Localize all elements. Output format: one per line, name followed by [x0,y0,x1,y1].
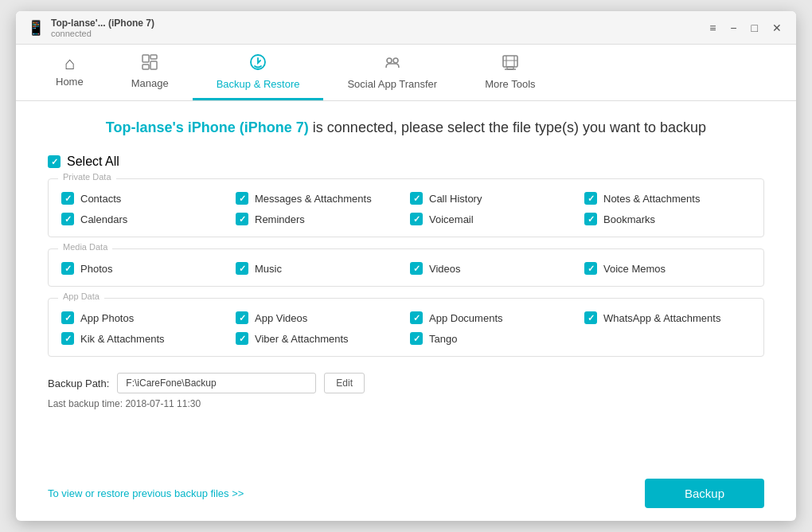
nav-social-app[interactable]: Social App Transfer [323,45,461,100]
window-controls: ≡ − □ ✕ [706,20,785,36]
main-content: Top-lanse's iPhone (iPhone 7) is connect… [16,101,796,521]
voicemail-checkbox[interactable] [410,213,423,225]
bookmarks-checkbox[interactable] [584,213,597,225]
maximize-icon[interactable]: □ [748,20,761,36]
select-all-checkbox[interactable] [48,155,61,168]
navbar: ⌂ Home Manage Backup [16,45,796,101]
social-icon [383,53,402,75]
svg-point-5 [387,58,392,63]
nav-home[interactable]: ⌂ Home [32,45,107,100]
list-item: Tango [410,332,576,345]
home-icon: ⌂ [64,55,75,72]
menu-icon[interactable]: ≡ [706,20,719,36]
list-item: Videos [410,262,576,275]
svg-point-6 [393,58,398,63]
private-data-label: Private Data [58,172,116,182]
music-checkbox[interactable] [236,262,248,275]
phone-icon: 📱 [27,19,45,37]
app-photos-checkbox[interactable] [61,311,74,324]
whatsapp-checkbox[interactable] [584,311,597,324]
calendars-checkbox[interactable] [61,213,74,225]
app-videos-checkbox[interactable] [236,311,248,324]
last-backup-time: Last backup time: 2018-07-11 11:30 [48,398,764,409]
call-history-checkbox[interactable] [410,192,423,205]
messages-label: Messages & Attachments [255,193,372,205]
nav-manage[interactable]: Manage [107,45,193,100]
messages-checkbox[interactable] [236,192,248,205]
close-icon[interactable]: ✕ [769,20,785,36]
list-item: Messages & Attachments [236,192,402,205]
videos-label: Videos [429,263,461,275]
nav-social-label: Social App Transfer [347,78,437,90]
bottom-row: To view or restore previous backup files… [48,474,764,508]
list-item: Kik & Attachments [61,332,228,345]
main-window: 📱 Top-lanse'... (iPhone 7) connected ≡ −… [16,11,796,521]
app-data-label: App Data [58,291,104,301]
select-all-row: Select All [48,155,764,169]
svg-rect-3 [142,65,149,69]
viber-checkbox[interactable] [236,332,248,345]
nav-more-tools[interactable]: More Tools [461,45,559,100]
page-title: Top-lanse's iPhone (iPhone 7) is connect… [48,117,764,139]
restore-link[interactable]: To view or restore previous backup files… [48,487,244,499]
list-item: Reminders [236,213,402,225]
reminders-checkbox[interactable] [236,213,248,225]
calendars-label: Calendars [80,213,127,225]
tango-checkbox[interactable] [410,332,423,345]
videos-checkbox[interactable] [410,262,423,275]
list-item: Voice Memos [584,262,751,275]
svg-rect-0 [142,55,149,62]
photos-checkbox[interactable] [61,262,74,275]
app-data-grid: App Photos App Videos App Documents What… [61,311,751,345]
nav-home-label: Home [56,76,84,88]
list-item: WhatsApp & Attachments [584,311,751,324]
device-title-name: Top-lanse's iPhone (iPhone 7) [106,119,309,135]
contacts-label: Contacts [80,193,121,205]
nav-backup-restore[interactable]: Backup & Restore [193,45,324,100]
list-item: App Photos [61,311,228,324]
list-item: App Documents [410,311,576,324]
whatsapp-label: WhatsApp & Attachments [603,312,720,324]
tango-label: Tango [429,333,457,345]
app-data-section: App Data App Photos App Videos App Docum… [48,298,764,357]
list-item: App Videos [236,311,402,324]
kik-label: Kik & Attachments [80,333,165,345]
backup-path-label: Backup Path: [48,377,109,389]
minimize-icon[interactable]: − [727,20,740,36]
edit-button[interactable]: Edit [324,373,365,393]
page-title-rest: is connected, please select the file typ… [309,119,706,135]
app-documents-checkbox[interactable] [410,311,423,324]
notes-checkbox[interactable] [584,192,597,205]
app-documents-label: App Documents [429,312,503,324]
app-photos-label: App Photos [80,312,134,324]
manage-icon [141,53,158,74]
backup-button[interactable]: Backup [645,479,764,508]
svg-rect-2 [150,61,157,69]
viber-label: Viber & Attachments [255,333,349,345]
backup-path-row: Backup Path: Edit [48,373,764,393]
list-item-empty [584,332,751,345]
tools-icon [501,53,520,75]
backup-path-input[interactable] [117,373,316,393]
svg-rect-7 [503,56,517,67]
kik-checkbox[interactable] [61,332,74,345]
music-label: Music [255,263,282,275]
svg-rect-1 [150,55,157,59]
list-item: Viber & Attachments [236,332,402,345]
nav-backup-label: Backup & Restore [217,78,300,90]
contacts-checkbox[interactable] [61,192,74,205]
list-item: Notes & Attachments [584,192,751,205]
voice-memos-checkbox[interactable] [584,262,597,275]
media-data-grid: Photos Music Videos Voice Memos [61,262,751,275]
notes-label: Notes & Attachments [603,193,700,205]
select-all-label: Select All [67,155,119,169]
list-item: Voicemail [410,213,576,225]
app-videos-label: App Videos [255,312,307,324]
list-item: Calendars [61,213,228,225]
list-item: Bookmarks [584,213,751,225]
list-item: Photos [61,262,228,275]
nav-manage-label: Manage [131,77,169,89]
bookmarks-label: Bookmarks [603,213,655,225]
device-status: connected [51,29,154,38]
voice-memos-label: Voice Memos [603,263,666,275]
